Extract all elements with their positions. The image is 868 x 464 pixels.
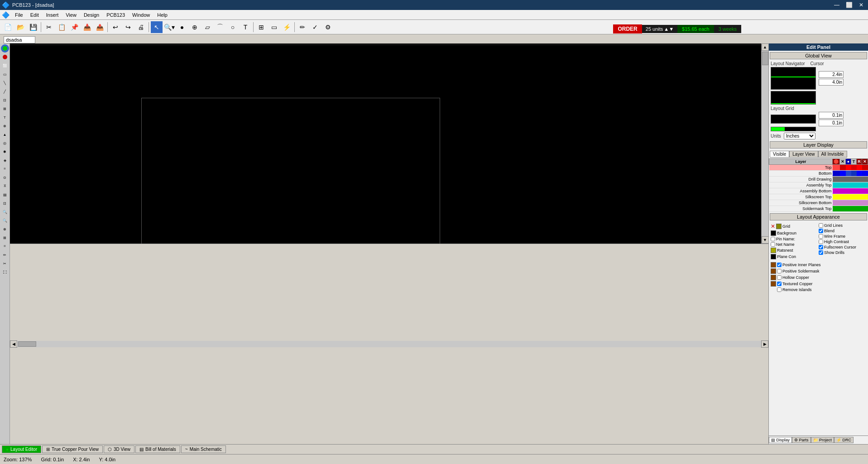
order-button[interactable]: ORDER <box>613 24 642 33</box>
scroll-left-arrow[interactable]: ◀ <box>10 340 17 348</box>
settings-button[interactable]: ⚙ <box>322 21 334 33</box>
layer-col-top-2[interactable] <box>840 165 846 171</box>
layer-col-bot-2[interactable] <box>840 171 846 177</box>
hollowcopper-color[interactable] <box>771 275 776 280</box>
poly-button[interactable]: ▱ <box>201 21 213 33</box>
left-tool-2[interactable]: ▭ <box>1 70 9 78</box>
left-tool-19[interactable]: 🔍 <box>1 216 9 225</box>
highcontrast-check[interactable] <box>819 239 823 244</box>
undo-button[interactable]: ↩ <box>110 21 121 33</box>
possolder-check[interactable] <box>777 269 782 273</box>
menu-help[interactable]: Help <box>153 11 171 19</box>
scroll-thumb-h[interactable] <box>18 341 36 347</box>
layer-col-bot-5[interactable] <box>857 171 862 177</box>
left-tool-1[interactable]: ⬜ <box>1 62 9 70</box>
left-tool-6[interactable]: ⊞ <box>1 105 9 113</box>
texturedcopper-color[interactable] <box>771 281 776 287</box>
left-tool-13[interactable]: ⌗ <box>1 165 9 173</box>
print-button[interactable]: 🖨 <box>135 21 147 33</box>
posinner-color[interactable] <box>771 262 776 268</box>
left-tool-20[interactable]: ⊕ <box>1 225 9 233</box>
pencil-button[interactable]: ✏ <box>297 21 308 33</box>
left-tool-17[interactable]: ⊡ <box>1 199 9 207</box>
arc-button[interactable]: ⌒ <box>214 21 226 33</box>
left-tool-9[interactable]: ▲ <box>1 130 9 139</box>
maximize-button[interactable]: ⬜ <box>843 2 855 8</box>
fullscreencursor-check[interactable] <box>819 245 823 249</box>
pad-button[interactable]: ▭ <box>268 21 280 33</box>
posinner-check[interactable] <box>777 263 782 267</box>
layer-col-bot-1[interactable] <box>833 171 840 177</box>
pinname-check[interactable] <box>771 237 775 241</box>
left-tool-4[interactable]: ╱ <box>1 87 9 96</box>
component-button[interactable]: ● <box>176 21 188 33</box>
layer-cols-asstop[interactable] <box>833 182 868 188</box>
menu-file[interactable]: File <box>11 11 27 19</box>
texturedcopper-check[interactable] <box>777 282 782 286</box>
btab-schematic[interactable]: ~ Main Schematic <box>181 445 226 453</box>
left-tool-15[interactable]: ⧖ <box>1 182 9 190</box>
showdrills-check[interactable] <box>819 250 823 255</box>
grid-color[interactable] <box>776 224 782 229</box>
window-controls[interactable]: — ⬜ ✕ <box>831 2 866 8</box>
canvas-area[interactable]: ✛ <box>10 43 761 244</box>
menu-pcb123[interactable]: PCB123 <box>103 11 129 19</box>
layer-col-bot-3[interactable] <box>846 171 851 177</box>
left-tool-11[interactable]: ✱ <box>1 148 9 156</box>
display-tab-parts[interactable]: ⚙ Parts <box>792 437 811 443</box>
layer-cols-silkbot[interactable] <box>833 200 868 206</box>
left-tool-22[interactable]: ⌗ <box>1 242 9 250</box>
via-button[interactable]: ⊞ <box>255 21 267 33</box>
menu-window[interactable]: Window <box>129 11 153 19</box>
btab-copper[interactable]: ⊞ True Copper Pour View <box>42 445 103 453</box>
menu-insert[interactable]: Insert <box>43 11 62 19</box>
layer-col-top-1[interactable] <box>833 165 840 171</box>
import-button[interactable]: 📥 <box>81 21 93 33</box>
blend-check[interactable] <box>819 229 823 233</box>
left-tool-10[interactable]: ◎ <box>1 139 9 147</box>
display-tab-display[interactable]: ▤ Display <box>769 437 792 443</box>
left-tool-23[interactable]: ✏ <box>1 251 9 259</box>
netname-check[interactable] <box>771 242 775 247</box>
layer-cols-drill[interactable] <box>833 177 868 182</box>
left-tool-24[interactable]: ✂ <box>1 259 9 268</box>
left-tool-14[interactable]: ⊙ <box>1 173 9 182</box>
menu-design[interactable]: Design <box>80 11 103 19</box>
tab-visible[interactable]: Visible <box>770 151 789 158</box>
tab-layer-view[interactable]: Layer View <box>789 151 818 158</box>
check-button[interactable]: ✓ <box>309 21 321 33</box>
units-select[interactable]: Inches Millimeters Mils <box>784 133 815 139</box>
left-tool-12[interactable]: ◈ <box>1 156 9 164</box>
close-button[interactable]: ✕ <box>856 2 866 8</box>
cursor-y-input[interactable] <box>819 79 844 86</box>
circle-button[interactable]: ○ <box>227 21 239 33</box>
tab-all-invisible[interactable]: All Invisible <box>818 151 847 158</box>
export-button[interactable]: 📤 <box>94 21 106 33</box>
left-tool-18[interactable]: 🔍 <box>1 208 9 216</box>
save-button[interactable]: 💾 <box>27 21 39 33</box>
layer-cols-assbot[interactable] <box>833 188 868 194</box>
layer-col-top-4[interactable] <box>851 165 857 171</box>
scroll-track-v[interactable] <box>762 51 769 236</box>
cursor-x-input[interactable] <box>819 71 844 78</box>
layer-cols-silktop[interactable] <box>833 194 868 200</box>
left-tool-7[interactable]: T <box>1 113 9 121</box>
scroll-thumb-v[interactable] <box>762 52 768 65</box>
minimize-button[interactable]: — <box>831 2 842 8</box>
text-button[interactable]: T <box>240 21 251 33</box>
scroll-up-arrow[interactable]: ▲ <box>762 43 769 51</box>
layer-col-bot-6[interactable] <box>862 171 868 177</box>
layer-col-top-6[interactable] <box>862 165 868 171</box>
scroll-down-arrow[interactable]: ▼ <box>762 236 769 244</box>
tool-red[interactable] <box>1 53 9 61</box>
removeislands-check[interactable] <box>777 287 782 292</box>
scroll-right-arrow[interactable]: ▶ <box>761 340 768 348</box>
vertical-scrollbar[interactable]: ▲ ▼ <box>761 43 768 244</box>
tab-name-input[interactable] <box>4 36 35 43</box>
layer-col-top-3[interactable] <box>846 165 851 171</box>
btab-3d[interactable]: ⬡ 3D View <box>104 445 134 453</box>
left-tool-8[interactable]: ⊕ <box>1 122 9 130</box>
horizontal-scrollbar[interactable]: ◀ ▶ <box>10 244 768 444</box>
display-tab-drc[interactable]: ⚡ DRC <box>834 437 854 443</box>
btab-layout[interactable]: ● Layout Editor <box>2 445 41 453</box>
